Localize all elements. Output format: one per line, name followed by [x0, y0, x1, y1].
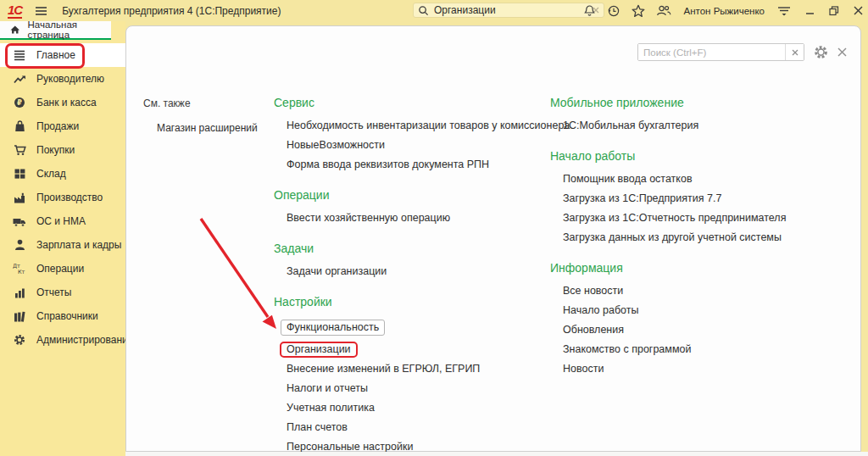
bar-chart-icon [13, 287, 26, 298]
link-item[interactable]: Обновления [563, 325, 868, 336]
link-item[interactable]: Загрузка данных из другой учетной систем… [563, 232, 868, 243]
panel-settings-gear-icon[interactable] [814, 45, 828, 59]
sidebar-item-label: Отчеты [36, 286, 71, 298]
link-item[interactable]: План счетов [287, 422, 554, 433]
favorites-star-icon[interactable] [632, 4, 645, 18]
menu-lines-icon [13, 50, 26, 61]
link-item[interactable]: Внесение изменений в ЕГРЮЛ, ЕГРИП [287, 364, 554, 375]
link-item[interactable]: Ввести хозяйственную операцию [287, 213, 554, 224]
restore-window-icon[interactable] [829, 6, 839, 16]
sidebar-menu: Главное Руководителю ₽ Банк и касса Прод… [0, 43, 125, 352]
sidebar-item-prodazhi[interactable]: Продажи [0, 114, 125, 138]
section-mobilnoe-prilozhenie: Мобильное приложение 1С:Мобильная бухгал… [550, 96, 868, 131]
link-item[interactable]: Загрузка из 1С:Отчетность предпринимател… [563, 213, 868, 224]
dt-kt-icon: ДтКт [13, 263, 26, 275]
panel-close-icon[interactable] [837, 47, 847, 57]
global-search [413, 3, 604, 18]
section-title: Мобильное приложение [550, 96, 868, 109]
service-menu-icon[interactable] [777, 5, 791, 17]
svg-text:Кт: Кт [18, 269, 25, 275]
sidebar-item-glavnoe[interactable]: Главное [0, 43, 125, 67]
sidebar-item-label: Администрирование [36, 334, 133, 346]
sidebar-item-label: Склад [36, 168, 66, 180]
books-icon [13, 311, 26, 322]
link-item[interactable]: 1С:Мобильная бухгалтерия [563, 120, 868, 131]
link-item[interactable]: Учетная политика [287, 403, 554, 414]
link-item[interactable]: Загрузка из 1С:Предприятия 7.7 [563, 193, 868, 204]
gear-icon [13, 334, 26, 346]
section-zadachi: Задачи Задачи организации [274, 242, 554, 277]
global-search-input[interactable] [432, 3, 593, 17]
link-item[interactable]: Все новости [563, 286, 868, 297]
section-title: Настройки [274, 295, 554, 309]
ruble-coin-icon: ₽ [13, 97, 26, 108]
see-also-title: См. также [143, 97, 258, 109]
sidebar-item-os-i-nma[interactable]: ОС и НМА [0, 209, 125, 233]
link-magazin-rasshireniy[interactable]: Магазин расширений [157, 122, 258, 134]
section-nastroyki: Настройки Функциональность Организации В… [274, 295, 554, 453]
sidebar-item-label: Банк и касса [36, 97, 97, 108]
panel-search-clear-icon[interactable] [785, 44, 804, 60]
notifications-bell-icon[interactable] [583, 4, 596, 18]
link-item[interactable]: НовыеВозможности [287, 140, 554, 151]
minimize-icon[interactable] [805, 6, 815, 15]
link-organizatsii[interactable]: Организации [287, 342, 554, 358]
section-title: Информация [550, 261, 868, 275]
sidebar-item-otchety[interactable]: Отчеты [0, 281, 125, 304]
panel-toolbar [637, 43, 847, 61]
see-also-group: См. также Магазин расширений [143, 97, 258, 134]
trend-chart-icon [13, 74, 26, 85]
discussions-users-icon[interactable] [656, 4, 671, 17]
section-servis: Сервис Необходимость инвентаризации това… [274, 96, 554, 170]
sidebar-item-label: Справочники [36, 310, 98, 322]
sidebar-item-administrirovanie[interactable]: Администрирование [0, 328, 125, 352]
main-menu-hamburger-icon[interactable] [35, 6, 47, 16]
sidebar-item-label: Операции [36, 263, 84, 275]
tab-home-page[interactable]: Начальная страница [0, 21, 111, 40]
shopping-cart-icon [13, 144, 26, 156]
section-title: Сервис [274, 96, 554, 109]
sidebar-item-label: Производство [36, 192, 103, 203]
app-window: 1С Бухгалтерия предприятия 4 (1С:Предпри… [0, 0, 868, 456]
close-window-icon[interactable] [854, 6, 863, 15]
link-item[interactable]: Форма ввода реквизитов документа РПН [287, 159, 554, 170]
sidebar-item-label: Покупки [36, 144, 75, 156]
titlebar-icons: Антон Рыжиченко [583, 0, 863, 21]
link-item[interactable]: Помощник ввода остатков [563, 174, 868, 185]
sidebar-item-operatsii[interactable]: ДтКт Операции [0, 257, 125, 281]
sidebar-item-label: Руководителю [36, 73, 104, 85]
sidebar-item-rukovoditelyu[interactable]: Руководителю [0, 67, 125, 91]
link-item[interactable]: Знакомство с программой [563, 344, 868, 355]
sidebar-item-bank-i-kassa[interactable]: ₽ Банк и касса [0, 91, 125, 114]
panel-search-input[interactable] [638, 44, 785, 60]
sidebar-item-zarplata-i-kadry[interactable]: Зарплата и кадры [0, 233, 125, 257]
link-item[interactable]: Налоги и отчеты [287, 383, 554, 394]
home-icon [10, 25, 20, 35]
panel-search [637, 43, 804, 61]
current-user[interactable]: Антон Рыжиченко [684, 6, 765, 16]
sidebar-item-proizvodstvo[interactable]: Производство [0, 186, 125, 209]
sidebar-item-pokupki[interactable]: Покупки [0, 138, 125, 162]
link-funktsionalnost[interactable]: Функциональность [287, 320, 554, 336]
bottom-strip [125, 452, 868, 456]
section-title: Начало работы [550, 149, 868, 163]
section-title: Операции [274, 188, 554, 202]
sidebar: Начальная страница Главное Руководителю … [0, 21, 125, 456]
sidebar-item-label: Зарплата и кадры [36, 239, 121, 251]
section-operatsii: Операции Ввести хозяйственную операцию [274, 188, 554, 224]
sidebar-item-spravochniki[interactable]: Справочники [0, 304, 125, 328]
sidebar-item-sklad[interactable]: Склад [0, 162, 125, 186]
link-item[interactable]: Необходимость инвентаризации товаров у к… [287, 120, 554, 131]
search-icon [418, 5, 429, 16]
link-item[interactable]: Новости [563, 364, 868, 375]
link-item[interactable]: Задачи организации [287, 266, 554, 277]
focus-box: Функциональность [281, 320, 385, 336]
history-icon[interactable] [607, 4, 620, 18]
content-column-middle: Сервис Необходимость инвентаризации това… [274, 96, 554, 456]
sidebar-item-label: Продажи [36, 120, 79, 132]
1c-logo: 1С [8, 3, 22, 19]
link-item[interactable]: Начало работы [563, 305, 868, 316]
person-icon [13, 239, 26, 251]
section-title: Задачи [274, 242, 554, 255]
window-title: Бухгалтерия предприятия 4 (1С:Предприяти… [62, 5, 281, 17]
